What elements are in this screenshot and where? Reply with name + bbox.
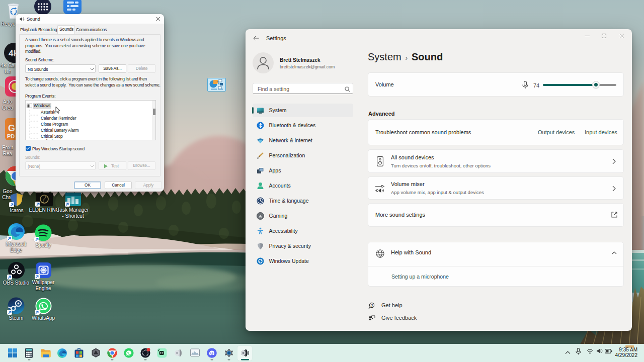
svg-text:?: ? bbox=[371, 304, 373, 307]
svg-text:G: G bbox=[8, 123, 15, 133]
svg-text:4K: 4K bbox=[9, 49, 16, 58]
svg-text:PD: PD bbox=[7, 133, 15, 139]
